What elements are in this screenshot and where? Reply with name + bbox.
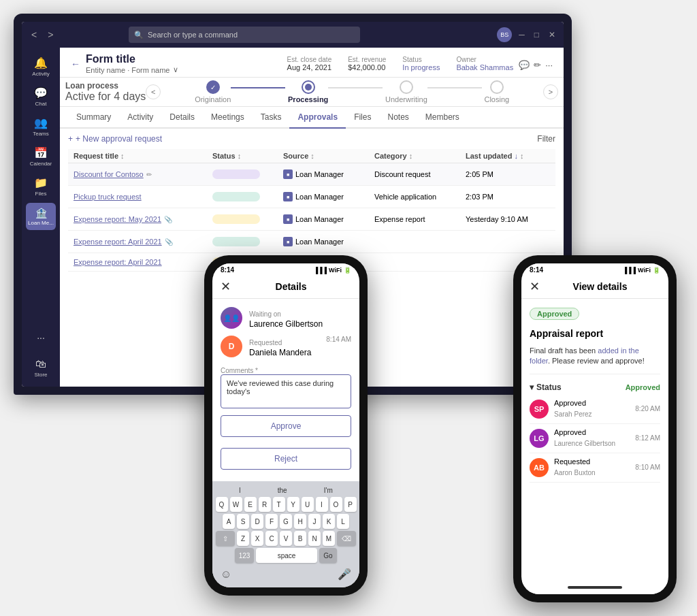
maximize-button[interactable]: □ xyxy=(532,30,542,39)
key-u[interactable]: U xyxy=(302,497,314,512)
sidebar-item-teams[interactable]: 👥 Teams xyxy=(26,113,56,140)
key-i[interactable]: I xyxy=(316,497,328,512)
key-h[interactable]: H xyxy=(294,514,306,529)
edit-button[interactable]: ✏ xyxy=(534,60,541,70)
tab-files[interactable]: Files xyxy=(346,107,379,129)
row3-title-link[interactable]: Expense report: May 2021 xyxy=(74,215,161,223)
nav-back-button[interactable]: < xyxy=(27,28,41,42)
key-p[interactable]: P xyxy=(344,497,357,512)
waiting-name: Laurence Gilbertson xyxy=(249,319,323,329)
key-s[interactable]: S xyxy=(237,514,249,529)
row2-title[interactable]: Pickup truck request xyxy=(74,193,210,201)
key-l[interactable]: L xyxy=(337,514,349,529)
approve-button[interactable]: Approve xyxy=(221,415,351,437)
key-r[interactable]: R xyxy=(259,497,271,512)
key-f[interactable]: F xyxy=(265,514,278,529)
key-m[interactable]: M xyxy=(323,531,335,546)
sidebar-item-more[interactable]: ··· xyxy=(26,324,56,351)
mic-icon[interactable]: 🎤 xyxy=(338,568,351,581)
reject-button[interactable]: Reject xyxy=(221,448,351,470)
sidebar-item-files[interactable]: 📁 Files xyxy=(26,173,56,200)
tab-tasks[interactable]: Tasks xyxy=(253,107,290,129)
key-w[interactable]: W xyxy=(230,497,242,512)
col-last-updated[interactable]: Last updated ↓ ↕ xyxy=(466,152,564,160)
step-underwriting[interactable]: Underwriting xyxy=(385,80,427,103)
nav-forward-button[interactable]: > xyxy=(44,28,57,42)
form-header: ← Form title Entity name · Form name ∨ E… xyxy=(60,48,564,78)
tab-approvals[interactable]: Approvals xyxy=(289,107,346,129)
process-prev-button[interactable]: < xyxy=(146,84,161,99)
share-button[interactable]: 💬 xyxy=(519,60,530,70)
key-x[interactable]: X xyxy=(251,531,263,546)
key-z[interactable]: Z xyxy=(237,531,249,546)
row4-title-link[interactable]: Expense report: April 2021 xyxy=(74,238,162,246)
key-y[interactable]: Y xyxy=(287,497,299,512)
tab-summary[interactable]: Summary xyxy=(68,107,119,129)
tab-activity[interactable]: Activity xyxy=(119,107,161,129)
emoji-icon[interactable]: ☺ xyxy=(221,568,231,581)
key-b[interactable]: B xyxy=(294,531,306,546)
step-closing[interactable]: Closing xyxy=(484,80,509,103)
step-processing[interactable]: Processing xyxy=(288,80,328,103)
minimize-button[interactable]: ─ xyxy=(516,30,528,39)
meta-owner-value[interactable]: Babak Shammas xyxy=(456,63,513,71)
key-k[interactable]: K xyxy=(323,514,335,529)
suggestion-3[interactable]: I'm xyxy=(324,487,333,494)
suggestion-2[interactable]: the xyxy=(278,487,287,494)
tab-members[interactable]: Members xyxy=(417,107,468,129)
sidebar-item-store[interactable]: 🛍 Store xyxy=(26,354,56,381)
sidebar-item-activity[interactable]: 🔔 Activity xyxy=(26,53,56,80)
key-shift[interactable]: ⇧ xyxy=(216,531,235,546)
key-v[interactable]: V xyxy=(280,531,292,546)
key-q[interactable]: Q xyxy=(216,497,228,512)
step-underwriting-circle xyxy=(400,80,413,94)
step-origination[interactable]: ✓ Origination xyxy=(195,80,231,103)
col-source[interactable]: Source ↕ xyxy=(283,152,372,160)
dropdown-icon[interactable]: ∨ xyxy=(173,65,178,74)
row1-category: Discount request xyxy=(374,170,463,178)
user-avatar[interactable]: BS xyxy=(497,27,512,42)
row5-title[interactable]: Expense report: April 2021 xyxy=(74,258,210,266)
key-g[interactable]: G xyxy=(280,514,292,529)
key-o[interactable]: O xyxy=(330,497,342,512)
phone-right-title: View details xyxy=(540,281,660,292)
new-approval-button[interactable]: + + New approval request xyxy=(68,134,162,144)
sidebar-item-chat[interactable]: 💬 Chat xyxy=(26,83,56,110)
sidebar-item-calendar[interactable]: 📅 Calendar xyxy=(26,143,56,170)
key-a[interactable]: A xyxy=(223,514,235,529)
more-options-button[interactable]: ··· xyxy=(545,60,553,70)
key-c[interactable]: C xyxy=(265,531,278,546)
key-n[interactable]: N xyxy=(308,531,321,546)
tab-notes[interactable]: Notes xyxy=(379,107,417,129)
key-space[interactable]: space xyxy=(256,548,317,563)
form-title: Form title xyxy=(86,53,135,65)
files-icon: 📁 xyxy=(34,176,48,189)
key-t[interactable]: T xyxy=(273,497,285,512)
row1-title-link[interactable]: Discount for Contoso xyxy=(74,170,144,178)
key-123[interactable]: 123 xyxy=(235,548,254,563)
tab-details[interactable]: Details xyxy=(161,107,203,129)
folder-link[interactable]: added in the folder xyxy=(530,346,639,365)
back-button[interactable]: ← xyxy=(71,59,80,69)
col-category[interactable]: Category ↕ xyxy=(374,152,463,160)
col-status[interactable]: Status ↕ xyxy=(212,152,280,160)
key-d[interactable]: D xyxy=(251,514,263,529)
key-j[interactable]: J xyxy=(308,514,321,529)
row1-edit-icon[interactable]: ✏ xyxy=(146,171,152,178)
close-button[interactable]: ✕ xyxy=(546,30,558,39)
comments-input[interactable]: We've reviewed this case during today's xyxy=(221,374,351,408)
process-next-button[interactable]: > xyxy=(543,84,558,99)
key-go[interactable]: Go xyxy=(319,548,337,563)
col-request-title[interactable]: Request title ↕ xyxy=(74,152,210,160)
search-bar[interactable]: 🔍 Search or type a command xyxy=(129,27,360,43)
filter-button[interactable]: Filter xyxy=(537,134,555,144)
tab-meetings[interactable]: Meetings xyxy=(203,107,253,129)
kbd-row-4: 123 space Go xyxy=(215,548,357,563)
phone-left-close-button[interactable]: ✕ xyxy=(221,279,231,294)
phone-left-title: Details xyxy=(231,281,351,292)
phone-right-close-button[interactable]: ✕ xyxy=(530,279,540,294)
key-backspace[interactable]: ⌫ xyxy=(337,531,356,546)
suggestion-1[interactable]: l xyxy=(239,487,240,494)
key-e[interactable]: E xyxy=(244,497,257,512)
sidebar-item-loan[interactable]: 🏦 Loan Me... xyxy=(26,203,56,230)
